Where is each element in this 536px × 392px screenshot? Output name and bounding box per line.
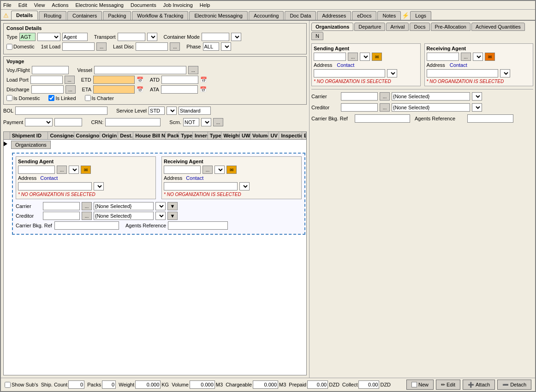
tab-containers[interactable]: Containers <box>67 11 102 20</box>
is-domestic-checkbox[interactable] <box>6 95 12 101</box>
is-charter-checkbox-label[interactable]: Is Charter <box>85 95 114 101</box>
is-charter-checkbox[interactable] <box>85 95 91 101</box>
volume-input[interactable] <box>190 380 215 389</box>
ata-input[interactable] <box>161 85 198 94</box>
phase-input[interactable] <box>203 42 219 51</box>
sa-browse-btn[interactable]: ... <box>57 166 67 174</box>
carrier-browse[interactable]: ... <box>380 92 390 101</box>
ra-dropdown[interactable] <box>214 166 225 174</box>
carrier-input[interactable] <box>341 92 378 101</box>
crn-input[interactable] <box>105 118 161 126</box>
ship-count-input[interactable] <box>68 380 84 389</box>
tab-electronic-messaging[interactable]: Electronic Messaging <box>189 11 248 20</box>
is-linked-checkbox-label[interactable]: Is Linked <box>48 95 76 101</box>
agents-reference-input2[interactable] <box>168 221 228 230</box>
ra-code-input[interactable] <box>164 166 201 174</box>
ra-right-contact-link[interactable]: Contact <box>450 62 467 68</box>
creditor-down-btn2[interactable]: ▼ <box>167 212 178 220</box>
show-subs-checkbox[interactable] <box>5 382 11 388</box>
carrier-none-input[interactable] <box>392 92 470 101</box>
tab-logs[interactable]: Logs <box>410 11 431 20</box>
phase-dropdown[interactable] <box>221 42 231 51</box>
ra-email-btn[interactable]: ✉ <box>226 166 237 174</box>
ra-right-address-dropdown[interactable] <box>500 69 510 77</box>
creditor-dropdown[interactable] <box>472 103 482 112</box>
menu-electronic-messaging[interactable]: Electronic Messaging <box>75 2 124 8</box>
carrier-input2[interactable] <box>43 202 80 210</box>
etd-calendar-icon[interactable]: 📅 <box>137 77 143 83</box>
packs-input[interactable] <box>102 380 116 389</box>
menu-edit[interactable]: Edit <box>18 2 27 8</box>
creditor-none-input[interactable] <box>392 103 470 112</box>
first-load-browse[interactable]: ... <box>96 42 107 51</box>
detach-button[interactable]: ➖ Detach <box>497 380 531 390</box>
right-tab-pre-allocation[interactable]: Pre-Allocation <box>431 23 470 31</box>
ra-right-browse[interactable]: ... <box>461 53 471 61</box>
sa-right-code-input[interactable] <box>314 53 346 61</box>
menu-help[interactable]: Help <box>200 2 210 8</box>
discharge-input[interactable] <box>31 85 64 94</box>
sa-right-dropdown[interactable] <box>360 53 370 61</box>
carrier-dropdown2[interactable] <box>155 202 166 210</box>
transport-input[interactable] <box>118 33 145 41</box>
eta-calendar-icon[interactable]: 📅 <box>137 86 143 93</box>
load-port-browse[interactable]: ... <box>65 76 75 84</box>
sa-address-input[interactable] <box>18 182 92 190</box>
last-disc-input[interactable] <box>136 42 168 51</box>
vessel-input[interactable] <box>94 66 186 74</box>
ra-right-code-input[interactable] <box>427 53 459 61</box>
tab-edocs[interactable]: eDocs <box>352 11 376 20</box>
voy-flight-input[interactable] <box>32 66 69 74</box>
load-port-input[interactable] <box>30 76 63 84</box>
domestic-checkbox[interactable] <box>6 44 12 50</box>
creditor-input2[interactable] <box>43 212 80 220</box>
bol-input[interactable] <box>15 107 107 115</box>
creditor-browse2[interactable]: ... <box>82 212 92 220</box>
first-load-input[interactable] <box>62 42 95 51</box>
domestic-checkbox-label[interactable]: Domestic <box>6 44 35 50</box>
sa-right-address-input[interactable] <box>314 69 385 77</box>
transport-dropdown[interactable] <box>147 33 157 41</box>
ra-right-address-input[interactable] <box>427 69 498 77</box>
creditor-dropdown2[interactable] <box>155 212 166 220</box>
service-level-code-input[interactable] <box>149 107 165 115</box>
ata-calendar-icon[interactable]: 📅 <box>200 86 207 93</box>
container-mode-input[interactable] <box>202 33 229 41</box>
carrier-bkg-ref-input2[interactable] <box>54 221 119 230</box>
ra-contact-link[interactable]: Contact <box>186 175 203 181</box>
ra-right-email-btn[interactable]: ✉ <box>485 53 495 61</box>
organizations-tab[interactable]: Organizations <box>11 141 51 149</box>
new-button[interactable]: New <box>406 380 434 390</box>
ra-browse-btn[interactable]: ... <box>202 166 213 174</box>
chargeable-input[interactable] <box>253 380 278 389</box>
etd-input[interactable] <box>93 76 135 84</box>
payment-input[interactable] <box>54 118 82 126</box>
sa-address-dropdown[interactable] <box>94 182 104 190</box>
tab-packing[interactable]: Packing <box>103 11 131 20</box>
ra-address-input[interactable] <box>164 182 238 190</box>
atd-calendar-icon[interactable]: 📅 <box>200 77 207 83</box>
sa-dropdown[interactable] <box>69 166 79 174</box>
eta-input[interactable] <box>93 85 135 94</box>
scrn-input[interactable] <box>183 118 199 126</box>
right-tab-docs[interactable]: Docs <box>410 23 429 31</box>
ra-right-dropdown[interactable] <box>473 53 483 61</box>
carrier-dropdown[interactable] <box>472 92 482 101</box>
right-tab-achieved-quantities[interactable]: Achieved Quantities <box>471 23 525 31</box>
type-input[interactable] <box>19 33 36 41</box>
atd-input[interactable] <box>161 76 198 84</box>
carrier-down-btn2[interactable]: ▼ <box>167 202 178 210</box>
tab-routing[interactable]: Routing <box>39 11 66 20</box>
creditor-browse[interactable]: ... <box>380 103 390 112</box>
is-domestic-checkbox-label[interactable]: Is Domestic <box>6 95 40 101</box>
last-disc-browse[interactable]: ... <box>170 42 180 51</box>
creditor-input[interactable] <box>341 103 378 112</box>
weight-input[interactable] <box>135 380 161 389</box>
tab-doc-data[interactable]: Doc Data <box>285 11 316 20</box>
scrn-browse[interactable]: ... <box>213 118 223 126</box>
menu-job-invoicing[interactable]: Job Invoicing <box>163 2 193 8</box>
sa-email-btn[interactable]: ✉ <box>81 166 91 174</box>
discharge-browse[interactable]: ... <box>66 85 76 94</box>
scrn-dropdown[interactable] <box>201 118 211 126</box>
is-linked-checkbox[interactable] <box>48 95 54 101</box>
